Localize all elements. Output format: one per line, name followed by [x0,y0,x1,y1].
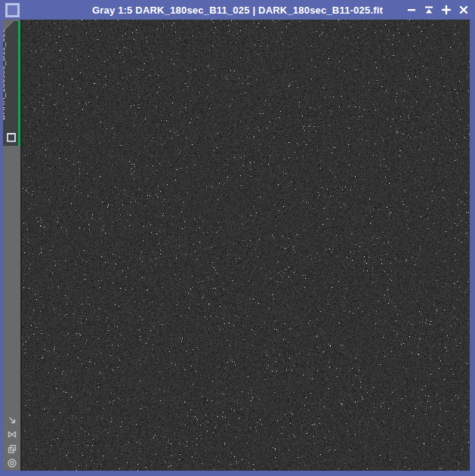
view-selector-rail: DARK_180sec_B11_025 [3,20,20,471]
shade-button[interactable] [424,5,434,15]
titlebar[interactable]: Gray 1:5 DARK_180sec_B11_025 | DARK_180s… [0,0,475,20]
bullseye-target-icon[interactable] [6,457,17,468]
fit-frame-bowtie-icon[interactable] [6,428,17,440]
window-body: DARK_180sec_B11_025 [3,20,470,471]
view-tab-dark-180sec[interactable]: DARK_180sec_B11_025 [3,21,20,146]
image-view-area [22,20,470,471]
image-window: Gray 1:5 DARK_180sec_B11_025 | DARK_180s… [0,0,475,476]
arrow-southeast-icon[interactable] [6,414,17,425]
minimize-button[interactable] [406,5,417,15]
active-tab-stripe [18,21,20,146]
maximize-button[interactable] [441,5,452,15]
tab-corner-highlight [2,20,14,32]
window-menu-icon[interactable] [5,3,20,17]
view-window-icon [7,133,16,142]
overlapping-windows-icon[interactable] [6,443,17,454]
window-title: Gray 1:5 DARK_180sec_B11_025 | DARK_180s… [0,0,475,20]
dark-frame-image[interactable] [22,20,470,471]
view-tab-label: DARK_180sec_B11_025 [0,28,6,120]
rail-toolbar [3,414,20,468]
close-button[interactable] [458,5,469,15]
window-controls [406,5,475,15]
